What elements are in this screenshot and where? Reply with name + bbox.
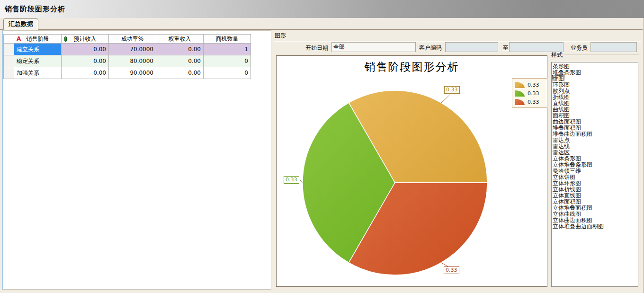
legend-swatch xyxy=(515,90,525,97)
start-date-input[interactable] xyxy=(331,42,416,52)
legend-label: 0.33 xyxy=(528,90,539,97)
summary-table-body: 建立关系0.0070.00000.001稳定关系0.0080.00000.000… xyxy=(4,44,251,79)
table-row: 稳定关系0.0080.00000.000 xyxy=(4,55,251,67)
chart-legend: 0.330.330.33 xyxy=(512,78,547,108)
app-window: 销售阶段图形分析 汇总数据 A 销售阶段 预计收入 成 xyxy=(0,0,644,293)
row-indicator[interactable] xyxy=(4,44,14,55)
table-row: 加强关系0.0090.00000.000 xyxy=(4,67,251,79)
tab-bar: 汇总数据 xyxy=(0,18,644,30)
graph-groupbox-title: 图形 xyxy=(275,32,286,40)
table-cell[interactable]: 70.0000 xyxy=(109,44,156,55)
table-cell[interactable]: 稳定关系 xyxy=(14,55,62,67)
legend-swatch xyxy=(515,99,525,105)
table-cell[interactable]: 0.00 xyxy=(62,44,109,55)
legend-label: 0.33 xyxy=(528,99,539,105)
row-indicator[interactable] xyxy=(4,55,14,67)
table-cell[interactable]: 0 xyxy=(204,67,251,79)
tab-summary-data[interactable]: 汇总数据 xyxy=(3,18,38,30)
customer-code-label: 客户编码 xyxy=(419,44,442,52)
label-leader-line xyxy=(441,263,448,266)
legend-item: 0.33 xyxy=(515,98,544,106)
table-cell[interactable]: 0.00 xyxy=(62,55,109,67)
sort-a-icon: A xyxy=(17,36,21,42)
row-indicator-header xyxy=(4,35,14,44)
slice-value-label: 0.33 xyxy=(444,266,459,274)
legend-swatch xyxy=(515,82,525,88)
table-cell[interactable]: 0 xyxy=(204,55,251,67)
table-cell[interactable]: 0.00 xyxy=(156,44,204,55)
filter-bar-icon xyxy=(64,36,67,42)
divider xyxy=(274,41,641,42)
salesman-input[interactable] xyxy=(590,42,637,52)
summary-table-panel: A 销售阶段 预计收入 成功率% 权重收入 商机数量 xyxy=(2,30,271,290)
legend-item: 0.33 xyxy=(515,89,544,98)
slice-value-label: 0.33 xyxy=(444,86,460,94)
column-header-weighted-income[interactable]: 权重收入 xyxy=(156,35,204,44)
graph-panel: 图形 开始日期 客户编码 至 业务员 销售阶段图形分析 0.33 0.33 0.… xyxy=(273,30,642,290)
customer-code-input[interactable] xyxy=(445,42,498,52)
legend-item: 0.33 xyxy=(515,80,544,89)
column-header-success-rate[interactable]: 成功率% xyxy=(109,35,156,44)
salesman-label: 业务员 xyxy=(571,44,588,52)
legend-label: 0.33 xyxy=(528,82,539,88)
table-cell[interactable]: 加强关系 xyxy=(14,67,62,79)
customer-code-to-input[interactable] xyxy=(509,42,564,52)
pie-chart-svg xyxy=(277,56,547,286)
column-header-stage[interactable]: A 销售阶段 xyxy=(14,35,62,44)
row-indicator[interactable] xyxy=(4,67,14,79)
chart-style-listbox[interactable]: 条形图堆叠条形图饼图环形图散列点折线图直线图曲线图面积图曲边面积图堆叠面积图堆叠… xyxy=(551,62,638,287)
sales-stage-table: A 销售阶段 预计收入 成功率% 权重收入 商机数量 xyxy=(3,34,251,79)
column-header-opportunity-count[interactable]: 商机数量 xyxy=(204,35,251,44)
table-cell[interactable]: 0.00 xyxy=(156,55,204,67)
pie-chart-area: 销售阶段图形分析 0.33 0.33 0.33 0.330.330.33 xyxy=(276,55,547,287)
style-list-item[interactable]: 堆叠条形图 xyxy=(553,70,638,76)
table-row: 建立关系0.0070.00000.001 xyxy=(4,44,251,55)
window-title-bar: 销售阶段图形分析 xyxy=(0,0,644,18)
page-title: 销售阶段图形分析 xyxy=(0,5,65,14)
divider xyxy=(564,54,639,55)
table-cell[interactable]: 建立关系 xyxy=(14,44,62,55)
chart-title: 销售阶段图形分析 xyxy=(277,60,547,74)
style-list-item[interactable]: 立体堆叠曲边面积图 xyxy=(553,223,638,230)
table-cell[interactable]: 90.0000 xyxy=(109,67,156,79)
table-cell[interactable]: 80.0000 xyxy=(109,55,156,67)
column-header-expected-income[interactable]: 预计收入 xyxy=(62,35,109,44)
table-cell[interactable]: 0.00 xyxy=(156,67,204,79)
label-leader-line xyxy=(441,95,450,103)
table-cell[interactable]: 1 xyxy=(204,44,251,55)
table-header-row: A 销售阶段 预计收入 成功率% 权重收入 商机数量 xyxy=(4,35,251,44)
style-groupbox-title: 样式 xyxy=(551,51,563,59)
start-date-label: 开始日期 xyxy=(305,44,328,52)
slice-value-label: 0.33 xyxy=(284,176,299,184)
to-label: 至 xyxy=(503,44,509,52)
table-cell[interactable]: 0.00 xyxy=(62,67,109,79)
